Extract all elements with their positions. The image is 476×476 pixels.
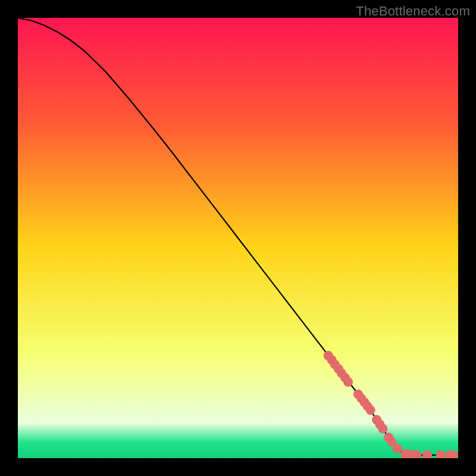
chart-stage: TheBottleneck.com (0, 0, 476, 476)
data-marker (378, 424, 387, 433)
chart-svg (18, 18, 458, 458)
data-marker (393, 444, 402, 453)
data-marker (343, 377, 353, 387)
plot-area (18, 18, 458, 458)
watermark-label: TheBottleneck.com (356, 4, 470, 19)
data-marker (366, 405, 375, 415)
